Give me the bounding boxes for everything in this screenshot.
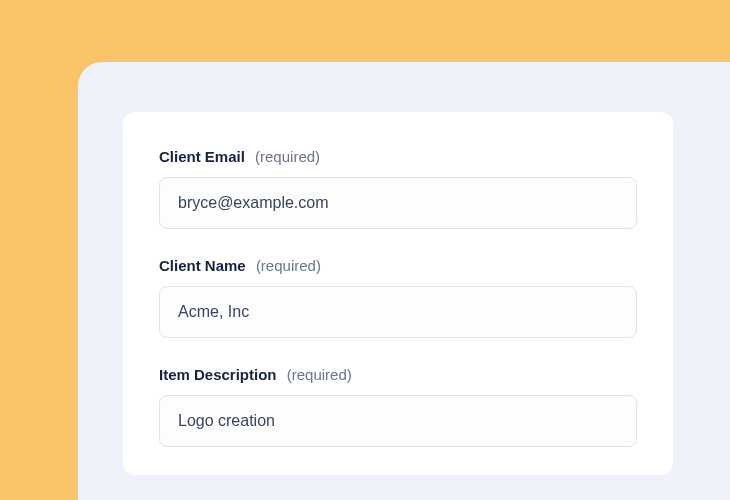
label-text: Item Description (159, 366, 277, 383)
field-group-item-description: Item Description (required) (159, 366, 637, 447)
required-indicator: (required) (255, 148, 320, 165)
client-name-input[interactable] (159, 286, 637, 338)
item-description-label: Item Description (required) (159, 366, 637, 383)
label-text: Client Email (159, 148, 245, 165)
outer-panel: Client Email (required) Client Name (req… (78, 62, 730, 500)
label-text: Client Name (159, 257, 246, 274)
field-group-client-email: Client Email (required) (159, 148, 637, 229)
field-group-client-name: Client Name (required) (159, 257, 637, 338)
item-description-input[interactable] (159, 395, 637, 447)
form-card: Client Email (required) Client Name (req… (123, 112, 673, 475)
client-name-label: Client Name (required) (159, 257, 637, 274)
client-email-input[interactable] (159, 177, 637, 229)
required-indicator: (required) (256, 257, 321, 274)
client-email-label: Client Email (required) (159, 148, 637, 165)
required-indicator: (required) (287, 366, 352, 383)
